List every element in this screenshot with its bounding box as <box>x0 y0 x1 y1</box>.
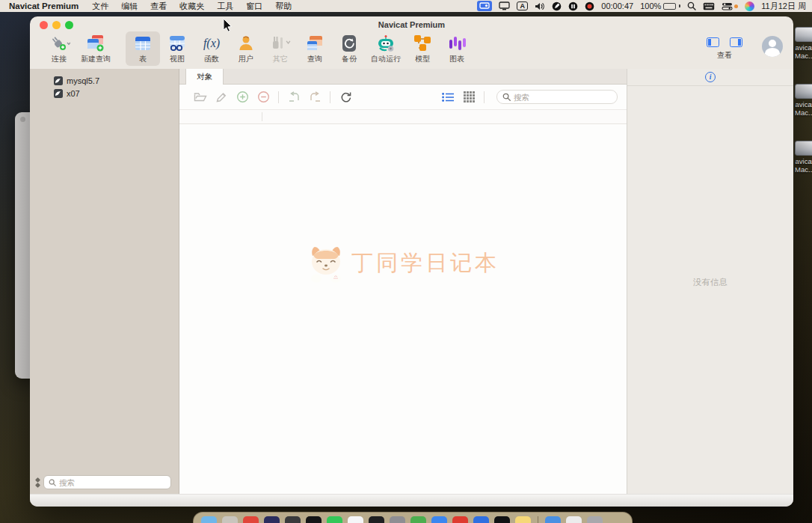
view-group-label: 查看 <box>717 50 732 61</box>
pause-icon[interactable] <box>568 1 578 11</box>
draw-icon[interactable] <box>552 1 562 11</box>
mysql-connection-icon <box>54 76 63 85</box>
bar-chart-icon <box>446 34 467 53</box>
dock-icon[interactable] <box>306 516 322 523</box>
toolbar-tables-button[interactable]: 表 <box>126 31 160 66</box>
dock-icon[interactable] <box>243 516 259 523</box>
toggle-right-pane-icon[interactable] <box>730 37 742 47</box>
connection-item-x07[interactable]: x07 <box>30 87 179 100</box>
sidebar-search-box[interactable] <box>43 475 171 489</box>
volume-icon[interactable] <box>535 1 545 11</box>
dock-icon[interactable] <box>452 516 468 523</box>
battery-percent: 100% <box>640 1 661 10</box>
shiba-dog-icon <box>307 244 345 283</box>
toolbar-models-button[interactable]: 模型 <box>405 31 440 66</box>
info-icon[interactable]: i <box>705 72 716 82</box>
disk-image-icon <box>795 27 812 42</box>
menu-view[interactable]: 查看 <box>150 1 167 12</box>
dock-icon[interactable] <box>201 516 217 523</box>
stop-recording-icon[interactable] <box>585 1 594 11</box>
menu-window[interactable]: 窗口 <box>246 1 262 12</box>
delete-object-icon[interactable] <box>253 90 274 105</box>
watermark: 丁同学日记本 <box>307 244 499 283</box>
dock-icon[interactable] <box>515 516 531 523</box>
refresh-icon[interactable] <box>335 90 356 105</box>
dock-icon[interactable] <box>264 516 280 523</box>
view-toggle-group: 查看 <box>707 31 742 61</box>
tab-objects[interactable]: 对象 <box>185 69 224 85</box>
dock-icon[interactable] <box>545 516 561 523</box>
window-title: Navicat Premium <box>30 16 793 33</box>
connection-filter-icon[interactable] <box>36 478 40 487</box>
sidebar-search-input[interactable] <box>59 478 166 487</box>
battery-indicator[interactable]: 100% <box>640 1 680 10</box>
siri-icon[interactable] <box>745 1 754 11</box>
dock-icon[interactable] <box>431 516 447 523</box>
dock-icon[interactable] <box>566 516 582 523</box>
grid-view-icon[interactable] <box>458 90 479 105</box>
spotlight-icon[interactable] <box>687 1 696 11</box>
menu-help[interactable]: 帮助 <box>275 1 292 12</box>
list-view-icon[interactable] <box>437 90 458 105</box>
design-table-icon[interactable] <box>211 90 232 105</box>
menu-tools[interactable]: 工具 <box>217 1 233 12</box>
dock-icon[interactable] <box>390 516 405 523</box>
dock-icon[interactable] <box>222 516 238 523</box>
export-wizard-icon[interactable] <box>304 90 325 105</box>
dock-icon[interactable] <box>587 516 603 523</box>
backup-icon <box>339 34 359 53</box>
info-empty-text: 没有信息 <box>627 277 793 288</box>
view-table-icon <box>167 34 188 53</box>
object-list-area[interactable]: 丁同学日记本 <box>179 124 627 494</box>
toolbar-backup-button[interactable]: 备份 <box>332 31 366 66</box>
objects-search-box[interactable] <box>496 90 618 104</box>
menubar-app-name[interactable]: Navicat Premium <box>9 1 79 10</box>
title-bar[interactable]: Navicat Premium <box>30 16 793 31</box>
dock-icon[interactable] <box>285 516 301 523</box>
keyboard-icon[interactable] <box>703 1 715 11</box>
objects-search-input[interactable] <box>514 93 612 102</box>
dock-icon[interactable] <box>327 516 342 523</box>
navicat-window: Navicat Premium 连接 新建查询 表 <box>30 16 793 507</box>
tab-bar: 对象 <box>179 69 627 85</box>
zoom-button[interactable] <box>65 21 73 29</box>
toolbar-new-query-button[interactable]: 新建查询 <box>76 31 115 66</box>
minimize-button[interactable] <box>52 21 61 29</box>
menu-favorites[interactable]: 收藏夹 <box>179 1 204 12</box>
connection-item-mysql57[interactable]: mysql5.7 <box>30 74 179 87</box>
dock-icon[interactable] <box>369 516 384 523</box>
toolbar-connection-button[interactable]: 连接 <box>42 31 76 66</box>
toolbar-queries-button[interactable]: 查询 <box>298 31 332 66</box>
disk-image-icon <box>795 84 812 99</box>
user-icon <box>236 34 256 53</box>
dock[interactable] <box>193 512 633 523</box>
dock-icon[interactable] <box>494 516 510 523</box>
toolbar-automation-button[interactable]: 自动运行 <box>366 31 405 66</box>
object-list-header[interactable] <box>179 109 627 124</box>
menubar-date[interactable]: 11月12日 周 <box>761 1 806 12</box>
dock-icon[interactable] <box>348 516 363 523</box>
dock-icon[interactable] <box>473 516 489 523</box>
screen-sharing-icon[interactable] <box>477 1 492 11</box>
toolbar-users-button[interactable]: 用户 <box>229 31 263 66</box>
dock-icon[interactable] <box>410 516 426 523</box>
menu-edit[interactable]: 编辑 <box>121 1 138 12</box>
info-panel: i 没有信息 <box>627 69 793 494</box>
toolbar-views-button[interactable]: 视图 <box>160 31 194 66</box>
toggle-left-pane-icon[interactable] <box>707 37 719 47</box>
input-source-icon[interactable]: A <box>517 1 528 10</box>
toolbar-charts-button[interactable]: 图表 <box>440 31 474 66</box>
user-avatar[interactable] <box>762 36 783 57</box>
desktop-icon-label: Mac... <box>795 165 812 174</box>
open-table-icon[interactable] <box>190 90 211 105</box>
desktop-icon-label: Mac... <box>795 108 812 117</box>
close-button[interactable] <box>40 21 48 29</box>
toolbar-others-button[interactable]: 其它 <box>263 31 298 66</box>
menu-file[interactable]: 文件 <box>92 1 108 12</box>
import-wizard-icon[interactable] <box>283 90 304 105</box>
main-content: 对象 <box>179 69 627 494</box>
toolbar-functions-button[interactable]: f(x) 函数 <box>194 31 229 66</box>
display-icon[interactable] <box>499 1 510 11</box>
recording-controls-icon[interactable] <box>722 1 738 11</box>
new-object-icon[interactable] <box>232 90 253 105</box>
